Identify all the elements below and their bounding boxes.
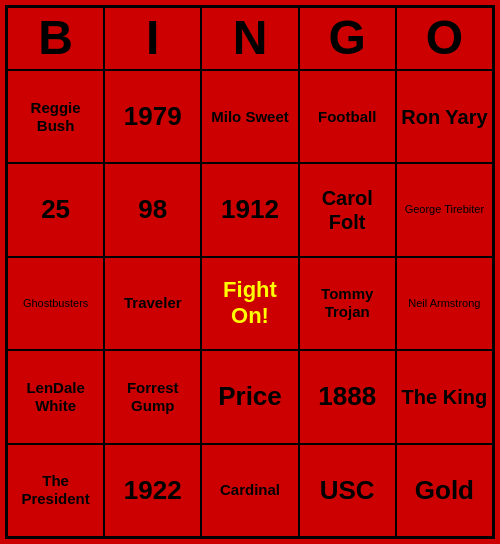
bingo-cell: Traveler xyxy=(104,257,201,350)
header-letter: G xyxy=(299,7,396,70)
bingo-cell: Neil Armstrong xyxy=(396,257,493,350)
bingo-cell: 1912 xyxy=(201,163,298,256)
header-letter: N xyxy=(201,7,298,70)
bingo-cell: 1888 xyxy=(299,350,396,443)
bingo-cell: The King xyxy=(396,350,493,443)
bingo-cell: George Tirebiter xyxy=(396,163,493,256)
bingo-cell: LenDale White xyxy=(7,350,104,443)
bingo-cell: Price xyxy=(201,350,298,443)
bingo-cell: Forrest Gump xyxy=(104,350,201,443)
bingo-cell: 1922 xyxy=(104,444,201,537)
bingo-cell: Reggie Bush xyxy=(7,70,104,163)
bingo-cell: USC xyxy=(299,444,396,537)
bingo-cell: Cardinal xyxy=(201,444,298,537)
bingo-cell: Gold xyxy=(396,444,493,537)
bingo-cell: Tommy Trojan xyxy=(299,257,396,350)
header-letter: B xyxy=(7,7,104,70)
header-letter: O xyxy=(396,7,493,70)
bingo-card: BINGO Reggie Bush1979Milo SweetFootballR… xyxy=(5,5,495,539)
bingo-cell: The President xyxy=(7,444,104,537)
bingo-cell: 25 xyxy=(7,163,104,256)
bingo-cell: Ghostbusters xyxy=(7,257,104,350)
bingo-cell: Fight On! xyxy=(201,257,298,350)
bingo-cell: Ron Yary xyxy=(396,70,493,163)
bingo-cell: Football xyxy=(299,70,396,163)
bingo-cell: Carol Folt xyxy=(299,163,396,256)
bingo-cell: 98 xyxy=(104,163,201,256)
bingo-cell: 1979 xyxy=(104,70,201,163)
bingo-cell: Milo Sweet xyxy=(201,70,298,163)
header-letter: I xyxy=(104,7,201,70)
bingo-grid: Reggie Bush1979Milo SweetFootballRon Yar… xyxy=(7,70,493,537)
bingo-header: BINGO xyxy=(7,7,493,70)
